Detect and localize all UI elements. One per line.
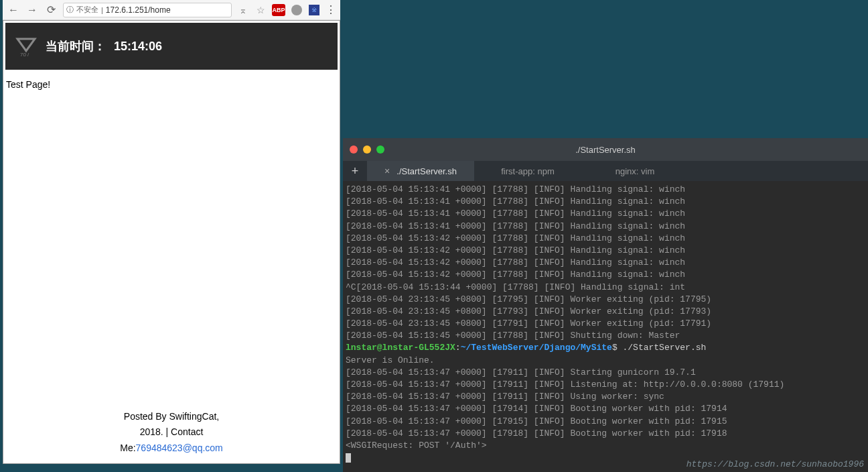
footer-sep: | <box>166 426 169 437</box>
terminal-window: ./StartServer.sh + × ./StartServer.sh fi… <box>343 138 868 472</box>
maximize-icon[interactable] <box>376 145 384 154</box>
extension-blue-icon[interactable]: ※ <box>308 4 320 16</box>
footer-line2: 2018. | Contact <box>3 424 340 440</box>
insecure-label: 不安全 <box>76 5 98 15</box>
terminal-title: ./StartServer.sh <box>343 145 868 155</box>
minimize-icon[interactable] <box>363 145 371 154</box>
page-footer: Posted By SwiftingCat, 2018. | Contact M… <box>3 409 340 463</box>
logo-icon: 70 / <box>15 35 38 58</box>
terminal-tab-1[interactable]: first-app: npm <box>474 161 581 181</box>
url-text: 172.6.1.251/home <box>106 5 228 15</box>
browser-right-icons: ⌅ ☆ ABP ※ ⋮ <box>237 4 336 16</box>
footer-email-link[interactable]: 769484623@qq.com <box>136 442 223 453</box>
terminal-tab-0[interactable]: × ./StartServer.sh <box>367 161 474 181</box>
time-label: 当前时间： <box>46 38 106 54</box>
tab-label: ./StartServer.sh <box>396 166 457 176</box>
close-icon[interactable] <box>350 145 358 154</box>
window-traffic-lights <box>350 145 384 154</box>
page-content: Test Page! <box>3 70 340 409</box>
forward-button[interactable]: → <box>25 3 39 17</box>
key-icon[interactable]: ⌅ <box>237 4 249 16</box>
extension-gray-icon[interactable] <box>291 4 303 16</box>
url-separator: | <box>101 6 103 14</box>
terminal-tabbar: + × ./StartServer.sh first-app: npm ngin… <box>343 161 868 181</box>
terminal-titlebar: ./StartServer.sh <box>343 138 868 161</box>
time-value: 15:14:06 <box>114 40 162 54</box>
reload-button[interactable]: ⟳ <box>44 3 58 17</box>
tab-close-icon[interactable]: × <box>384 166 390 176</box>
watermark: https://blog.csdn.net/sunhaobo1996 <box>686 459 864 469</box>
tab-label: nginx: vim <box>616 166 655 176</box>
terminal-body[interactable]: [2018-05-04 15:13:41 +0000] [17788] [INF… <box>343 181 868 472</box>
info-icon: ⓘ <box>66 5 74 15</box>
url-bar[interactable]: ⓘ 不安全 | 172.6.1.251/home <box>63 3 232 17</box>
svg-text:70 /: 70 / <box>20 52 29 58</box>
footer-me-label: Me: <box>120 442 135 453</box>
footer-line3: Me:769484623@qq.com <box>3 440 340 457</box>
star-icon[interactable]: ☆ <box>255 4 267 16</box>
abp-icon[interactable]: ABP <box>272 4 285 16</box>
page-header: 70 / 当前时间： 15:14:06 <box>5 23 338 70</box>
page-body: 70 / 当前时间： 15:14:06 Test Page! Posted By… <box>3 20 340 464</box>
footer-year: 2018. <box>140 426 163 437</box>
back-button[interactable]: ← <box>7 3 20 17</box>
menu-icon[interactable]: ⋮ <box>326 4 336 16</box>
tab-label: first-app: npm <box>501 166 554 176</box>
new-tab-button[interactable]: + <box>343 161 367 181</box>
browser-window: ← → ⟳ ⓘ 不安全 | 172.6.1.251/home ⌅ ☆ ABP ※… <box>3 0 340 464</box>
terminal-tab-2[interactable]: nginx: vim <box>581 161 689 181</box>
contact-link[interactable]: Contact <box>171 426 203 437</box>
footer-author: Posted By SwiftingCat, <box>3 409 340 425</box>
browser-toolbar: ← → ⟳ ⓘ 不安全 | 172.6.1.251/home ⌅ ☆ ABP ※… <box>3 0 340 20</box>
